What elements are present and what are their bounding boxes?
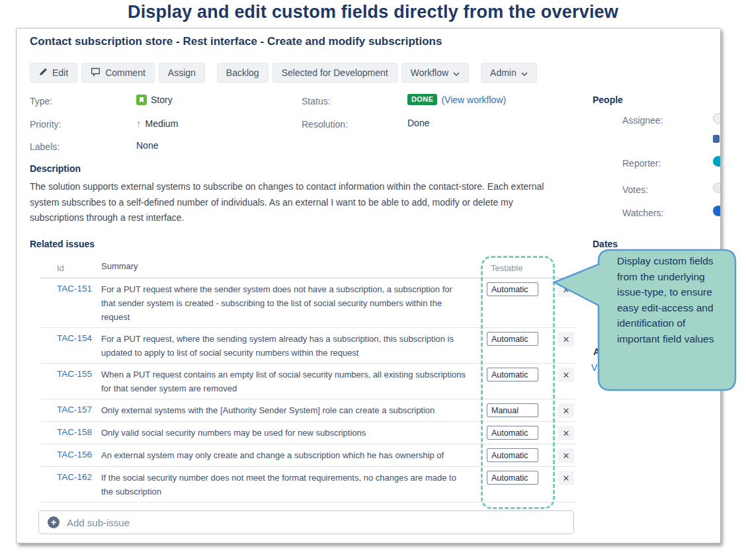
- remove-issue-button[interactable]: ✕: [558, 471, 574, 485]
- issue-summary: An external system may only create and c…: [101, 448, 475, 462]
- table-row: TAC-162 If the social security number do…: [40, 467, 576, 502]
- priority-label: Priority:: [30, 119, 61, 130]
- issue-key-link[interactable]: TAC-151: [40, 282, 101, 294]
- pencil-icon: [39, 67, 48, 78]
- page-title: Display and edit custom fields directly …: [0, 2, 746, 22]
- toolbar: Edit Comment Assign Backlog Selected for…: [30, 63, 537, 83]
- votes-count-badge: [713, 182, 721, 193]
- callout-text: Display custom fields from the underlyin…: [617, 253, 731, 346]
- assignee-name-clipped: [713, 135, 720, 143]
- testable-field[interactable]: Automatic: [487, 368, 538, 381]
- view-workflow-link[interactable]: (View workflow): [441, 95, 506, 105]
- related-issues-table: Id Summary Testable TAC-151 For a PUT re…: [40, 259, 576, 502]
- selected-for-development-label: Selected for Development: [282, 67, 388, 78]
- status-label: Status:: [302, 96, 331, 106]
- issue-summary: Only valid social security numbers may b…: [101, 426, 475, 440]
- issue-summary: Only external systems with the [Authorit…: [101, 403, 475, 417]
- table-header-row: Id Summary Testable: [40, 259, 576, 278]
- backlog-button-label: Backlog: [226, 67, 259, 78]
- priority-value-text: Medium: [145, 118, 179, 129]
- workflow-button-label: Workflow: [411, 67, 448, 78]
- testable-field[interactable]: Automatic: [487, 282, 538, 296]
- issue-key-link[interactable]: TAC-162: [40, 471, 101, 482]
- testable-field[interactable]: Automatic: [487, 426, 538, 440]
- issue-summary: For a PUT request where the sender syste…: [101, 282, 475, 324]
- testable-field[interactable]: Automatic: [487, 332, 538, 346]
- watchers-count-badge: [713, 206, 721, 216]
- page: Display and edit custom fields directly …: [0, 0, 746, 560]
- reporter-label: Reporter:: [622, 158, 661, 169]
- watchers-label: Watchers:: [622, 208, 664, 218]
- remove-issue-button[interactable]: ✕: [558, 403, 574, 418]
- story-type-icon: [136, 95, 147, 105]
- issue-summary-title: Contact subscription store - Rest interf…: [30, 35, 442, 48]
- status-badge: DONE: [407, 94, 437, 105]
- labels-label: Labels:: [30, 141, 60, 152]
- chevron-down-icon: [453, 67, 460, 78]
- description-heading: Description: [30, 163, 81, 174]
- status-value: DONE (View workflow): [407, 94, 506, 105]
- edit-button[interactable]: Edit: [30, 63, 77, 83]
- assign-button-label: Assign: [168, 67, 196, 78]
- remove-issue-button[interactable]: ✕: [558, 448, 574, 463]
- column-header-testable: Testable: [475, 263, 550, 273]
- table-row: TAC-156 An external system may only crea…: [40, 444, 576, 467]
- add-sub-issue-button[interactable]: + Add sub-issue: [38, 510, 574, 534]
- priority-value: ↑ Medium: [136, 118, 178, 129]
- comment-button[interactable]: Comment: [81, 63, 155, 83]
- remove-issue-button[interactable]: ✕: [558, 426, 574, 440]
- issue-summary: If the social security number does not m…: [101, 471, 475, 499]
- type-label: Type:: [30, 96, 52, 106]
- type-value-text: Story: [151, 95, 173, 105]
- table-row: TAC-158 Only valid social security numbe…: [40, 422, 576, 444]
- workflow-dropdown-button[interactable]: Workflow: [401, 63, 469, 83]
- issue-key-link[interactable]: TAC-154: [40, 332, 101, 343]
- chevron-down-icon: [521, 67, 528, 78]
- issue-key-link[interactable]: TAC-155: [40, 368, 101, 379]
- table-row: TAC-151 For a PUT request where the send…: [40, 278, 576, 328]
- issue-key-link[interactable]: TAC-156: [40, 448, 101, 460]
- labels-value: None: [136, 140, 158, 151]
- backlog-button[interactable]: Backlog: [217, 63, 269, 83]
- assignee-avatar: [713, 113, 721, 124]
- column-header-id: Id: [40, 263, 101, 273]
- issue-key-link[interactable]: TAC-157: [40, 403, 101, 415]
- type-value: Story: [136, 95, 173, 105]
- comment-bubble-icon: [91, 67, 101, 79]
- column-header-summary: Summary: [101, 259, 475, 273]
- related-issues-heading: Related issues: [30, 239, 95, 249]
- testable-field[interactable]: Automatic: [487, 448, 538, 462]
- reporter-avatar: [713, 156, 721, 167]
- admin-button-label: Admin: [490, 67, 517, 78]
- priority-medium-icon: ↑: [136, 118, 142, 129]
- assignee-label: Assignee:: [622, 115, 663, 126]
- resolution-label: Resolution:: [302, 119, 348, 130]
- plus-icon: +: [48, 516, 60, 528]
- assign-button[interactable]: Assign: [159, 63, 205, 83]
- table-row: TAC-155 When a PUT request contains an e…: [40, 364, 576, 399]
- testable-field[interactable]: Manual: [487, 403, 538, 417]
- issue-summary: For a PUT request, where the sending sys…: [101, 332, 475, 360]
- people-heading: People: [593, 95, 623, 105]
- issue-summary: When a PUT request contains an empty lis…: [101, 368, 475, 395]
- selected-for-development-button[interactable]: Selected for Development: [272, 63, 397, 83]
- issue-key-link[interactable]: TAC-158: [40, 426, 101, 437]
- resolution-value: Done: [407, 118, 429, 128]
- add-sub-issue-label: Add sub-issue: [67, 517, 130, 528]
- description-body: The solution supports external systems t…: [30, 179, 567, 226]
- table-row: TAC-157 Only external systems with the […: [40, 399, 576, 422]
- comment-button-label: Comment: [105, 67, 145, 78]
- admin-dropdown-button[interactable]: Admin: [481, 63, 537, 83]
- table-row: TAC-154 For a PUT request, where the sen…: [40, 328, 576, 364]
- votes-label: Votes:: [622, 184, 648, 195]
- edit-button-label: Edit: [52, 67, 68, 78]
- testable-field[interactable]: Automatic: [487, 471, 538, 485]
